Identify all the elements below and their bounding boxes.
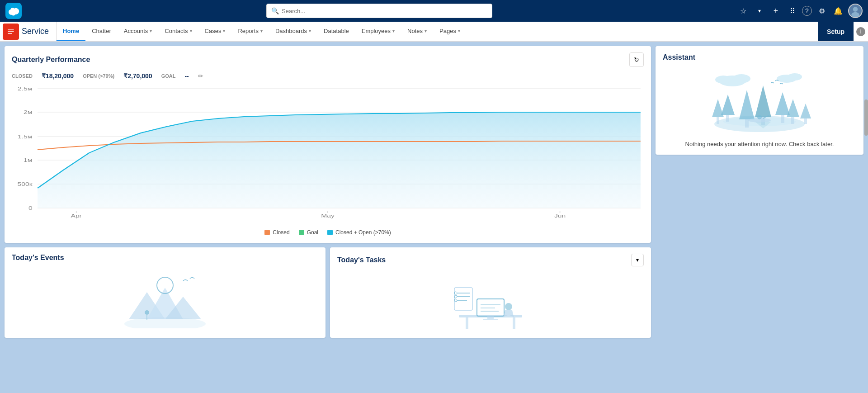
- setup-button[interactable]: Setup: [818, 22, 854, 41]
- nav-item-datatable-label: Datatable: [324, 28, 349, 34]
- chart-legend: Closed Goal Closed + Open (>70%): [12, 226, 644, 236]
- refresh-button[interactable]: ↻: [629, 52, 644, 67]
- nav-item-notes[interactable]: Notes ▾: [401, 22, 433, 41]
- quarterly-performance-header: Quarterly Performance ↻: [5, 46, 651, 70]
- svg-point-49: [732, 74, 750, 83]
- closed-legend-dot: [264, 230, 270, 235]
- open-value: ₹2,70,000: [123, 72, 152, 80]
- todays-events-header: Today's Events: [5, 247, 326, 265]
- nav-item-employees[interactable]: Employees ▾: [355, 22, 401, 41]
- chevron-down-icon[interactable]: ▾: [753, 5, 766, 17]
- quarterly-performance-card: Quarterly Performance ↻ CLOSED ₹18,20,00…: [5, 46, 651, 243]
- assistant-svg: [696, 70, 823, 133]
- todays-tasks-card: Today's Tasks ▾: [330, 247, 651, 338]
- nav-item-accounts-label: Accounts: [124, 28, 148, 34]
- todays-tasks-header: Today's Tasks ▾: [330, 247, 651, 269]
- legend-goal: Goal: [299, 229, 318, 236]
- svg-marker-16: [38, 112, 641, 208]
- left-panel: Quarterly Performance ↻ CLOSED ₹18,20,00…: [5, 46, 651, 388]
- closed-open-legend-dot: [327, 230, 333, 235]
- events-svg: [120, 270, 210, 328]
- todays-tasks-title: Today's Tasks: [337, 256, 386, 264]
- bell-icon[interactable]: 🔔: [832, 5, 844, 17]
- nav-item-home[interactable]: Home: [57, 22, 85, 41]
- svg-rect-40: [454, 288, 472, 310]
- nav-item-dashboards[interactable]: Dashboards ▾: [269, 22, 317, 41]
- todays-events-title: Today's Events: [12, 254, 64, 262]
- svg-point-52: [788, 73, 802, 80]
- nav-items: Home Chatter Accounts ▾ Contacts ▾ Cases…: [57, 22, 818, 41]
- nav-item-accounts[interactable]: Accounts ▾: [118, 22, 158, 41]
- svg-point-71: [757, 115, 762, 119]
- perf-stats: CLOSED ₹18,20,000 OPEN (>70%) ₹2,70,000 …: [5, 70, 651, 84]
- nav-item-home-label: Home: [63, 28, 79, 34]
- svg-rect-60: [745, 119, 749, 128]
- search-bar[interactable]: 🔍: [266, 4, 492, 18]
- goal-value: --: [184, 72, 189, 80]
- cases-chevron-icon: ▾: [223, 28, 225, 33]
- nav-item-reports-label: Reports: [238, 28, 259, 34]
- svg-text:2м: 2м: [24, 109, 33, 115]
- svg-rect-64: [781, 115, 784, 123]
- nav-item-pages[interactable]: Pages ▾: [433, 22, 467, 41]
- assistant-message: Nothing needs your attention right now. …: [685, 141, 834, 147]
- svg-rect-34: [487, 316, 494, 319]
- svg-text:2.5м: 2.5м: [18, 86, 33, 91]
- top-bar-actions: ☆ ▾ + ⠿ ? ⚙ 🔔: [737, 4, 863, 18]
- closed-open-legend-label: Closed + Open (>70%): [335, 229, 391, 236]
- contacts-chevron-icon: ▾: [190, 28, 192, 33]
- closed-legend-label: Closed: [273, 229, 289, 236]
- nav-item-cases[interactable]: Cases ▾: [198, 22, 232, 41]
- nav-item-datatable[interactable]: Datatable: [317, 22, 355, 41]
- tasks-svg: [445, 274, 536, 333]
- svg-text:1м: 1м: [24, 157, 33, 163]
- nav-item-notes-label: Notes: [407, 28, 423, 34]
- star-icon[interactable]: ☆: [737, 5, 750, 17]
- salesforce-logo[interactable]: [5, 3, 22, 19]
- open-label: OPEN (>70%): [83, 73, 114, 79]
- top-bar: 🔍 ☆ ▾ + ⠿ ? ⚙ 🔔: [0, 0, 868, 22]
- goal-legend-dot: [299, 230, 304, 235]
- svg-rect-32: [513, 317, 515, 329]
- todays-events-illustration: [5, 265, 326, 333]
- main-content: Quarterly Performance ↻ CLOSED ₹18,20,00…: [0, 42, 868, 393]
- svg-rect-35: [483, 319, 498, 320]
- nav-bar: Service Home Chatter Accounts ▾ Contacts…: [0, 22, 868, 42]
- today-row: Today's Events: [5, 247, 651, 338]
- apps-icon[interactable]: ⠿: [786, 5, 798, 17]
- assistant-title: Assistant: [663, 53, 695, 62]
- help-icon[interactable]: ?: [802, 6, 812, 16]
- legend-closed: Closed: [264, 229, 289, 236]
- svg-text:Jun: Jun: [554, 213, 566, 218]
- edit-icon[interactable]: ✏: [198, 72, 203, 80]
- add-icon[interactable]: +: [769, 5, 782, 17]
- closed-value: ₹18,20,000: [42, 72, 74, 80]
- svg-rect-33: [477, 299, 504, 316]
- nav-item-reports[interactable]: Reports ▾: [231, 22, 269, 41]
- legend-closed-open: Closed + Open (>70%): [327, 229, 391, 236]
- svg-rect-58: [726, 115, 729, 122]
- svg-text:500к: 500к: [18, 181, 33, 187]
- chart-container: 2.5м 2м 1.5м 1м 500к 0: [5, 84, 651, 243]
- nav-item-contacts[interactable]: Contacts ▾: [158, 22, 198, 41]
- nav-item-cases-label: Cases: [205, 28, 222, 34]
- reports-chevron-icon: ▾: [260, 28, 263, 33]
- todays-events-card: Today's Events: [5, 247, 326, 338]
- closed-label: CLOSED: [12, 73, 33, 79]
- goal-legend-label: Goal: [307, 229, 318, 236]
- todays-tasks-illustration: [330, 269, 651, 338]
- dashboards-chevron-icon: ▾: [309, 28, 311, 33]
- search-input[interactable]: [282, 8, 487, 14]
- tasks-dropdown-button[interactable]: ▾: [631, 254, 644, 266]
- nav-item-pages-label: Pages: [439, 28, 456, 34]
- avatar[interactable]: [848, 4, 863, 18]
- nav-item-chatter[interactable]: Chatter: [85, 22, 118, 41]
- svg-point-1: [853, 7, 858, 12]
- nav-info-icon[interactable]: i: [854, 22, 868, 42]
- svg-text:Apr: Apr: [71, 213, 82, 218]
- goal-label: GOAL: [161, 73, 176, 79]
- gear-icon[interactable]: ⚙: [816, 5, 828, 17]
- search-icon: 🔍: [271, 7, 279, 14]
- svg-point-39: [505, 303, 512, 310]
- scrollbar-handle[interactable]: [864, 99, 868, 136]
